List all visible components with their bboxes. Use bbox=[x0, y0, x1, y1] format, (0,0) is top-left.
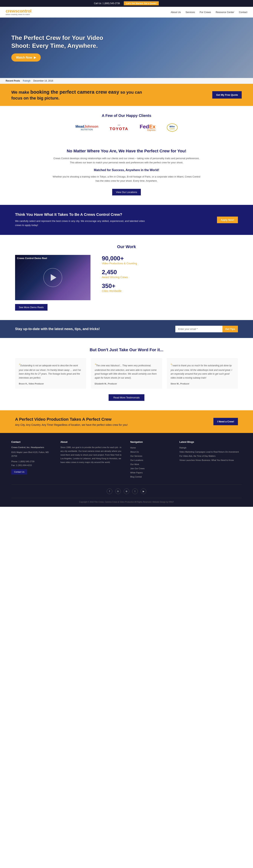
facebook-icon[interactable]: f bbox=[107, 489, 112, 494]
read-more-testimonials-btn[interactable]: Read More Testimonials bbox=[109, 394, 144, 401]
nav-resources[interactable]: Resource Center bbox=[216, 11, 234, 13]
bottom-cta-text: A Perfect Video Production Takes A Perfe… bbox=[15, 417, 128, 426]
newsletter-form: Get Tips bbox=[175, 326, 238, 332]
testimonial-1-quote: Outstanding is not an adequate word to d… bbox=[19, 362, 82, 380]
newsletter-submit-btn[interactable]: Get Tips bbox=[222, 326, 238, 332]
footer-blog-col: Latest Blogs Raleigh Video Marketing Cam… bbox=[179, 440, 242, 479]
clients-title: A Few of Our Happy Clients bbox=[11, 114, 242, 118]
bottom-cta-title: A Perfect Video Production Takes A Perfe… bbox=[15, 417, 128, 422]
apply-btn[interactable]: Apply Now! bbox=[217, 217, 238, 223]
footer-blog-3[interactable]: For Video Ads, the Time of Day Matters bbox=[179, 454, 242, 458]
testimonial-grid: Outstanding is not an adequate word to d… bbox=[15, 358, 238, 389]
hero-content-area: The Perfect Crew for Your Video Shoot: E… bbox=[0, 18, 253, 78]
footer-nav-blog[interactable]: Blog Central bbox=[130, 475, 172, 479]
recent-link[interactable]: Raleigh bbox=[23, 80, 31, 82]
footer-blog-1[interactable]: Raleigh bbox=[179, 445, 242, 450]
crews-text: Think You Have What It Takes To Be A Cre… bbox=[15, 212, 147, 227]
stat-productions: 90,000+ Video Productions & Counting bbox=[102, 255, 238, 265]
footer-copyright: Copyright © 2016 Film Crews, Camera Crew… bbox=[11, 498, 242, 503]
perfect-crew-title: No Matter Where You Are, We Have the Per… bbox=[15, 149, 238, 154]
logo-text: crewscontrol bbox=[6, 9, 32, 13]
rss-icon[interactable]: ⊕ bbox=[124, 489, 129, 494]
footer-nav-whitepapers[interactable]: White Papers bbox=[130, 470, 172, 475]
linkedin-icon[interactable]: in bbox=[115, 489, 121, 494]
copyright-text: Copyright © 2016 Film Crews, Camera Crew… bbox=[79, 501, 174, 503]
stat-cities: 350+ Cities Worldwide bbox=[102, 282, 238, 292]
newsletter-email-input[interactable] bbox=[175, 326, 222, 332]
footer-blog-2[interactable]: Video Marketing Campaigns Lead to Real R… bbox=[179, 450, 242, 454]
testimonial-3-quote: I want to thank you so much for the outs… bbox=[171, 362, 234, 380]
nav-for-crews[interactable]: For Crews bbox=[200, 11, 211, 13]
nav-about[interactable]: About Us bbox=[171, 11, 181, 13]
client-mead: MeadJohnson NUTRITION bbox=[75, 125, 98, 131]
footer-about-title: About bbox=[60, 440, 123, 443]
stat-label-cities: Cities Worldwide bbox=[102, 289, 238, 292]
top-bar: Call Us: 1 (800) 545-2739 Let's Get Star… bbox=[0, 0, 253, 7]
newsletter-text: Stay up-to-date with the latest news, ti… bbox=[15, 327, 100, 331]
free-quote-btn[interactable]: Get My Free Quote bbox=[212, 91, 242, 99]
nav-services[interactable]: Services bbox=[185, 11, 195, 13]
cta-banner-text: We make booking the perfect camera crew … bbox=[11, 89, 143, 101]
nav-contact[interactable]: Contact bbox=[239, 11, 247, 13]
footer-fax: Fax: 1 (301) 604-4215 bbox=[11, 464, 53, 467]
main-nav: About Us Services For Crews Resource Cen… bbox=[171, 11, 247, 13]
footer-nav-work[interactable]: Our Work bbox=[130, 462, 172, 466]
testimonial-3: I want to thank you so much for the outs… bbox=[167, 358, 238, 389]
footer-contact-btn[interactable]: Contact Us bbox=[11, 469, 27, 474]
footer-nav-services[interactable]: Our Services bbox=[130, 454, 172, 458]
testimonial-1-author: Bruce H., Video Producer bbox=[19, 382, 82, 385]
perfect-crew-subtitle: Matched for Success, Anywhere in the Wor… bbox=[15, 168, 238, 172]
watch-now-btn[interactable]: Watch Now ▶ bbox=[11, 54, 41, 62]
perfect-crew-body: Whether you're shooting a training video… bbox=[51, 175, 202, 183]
testimonial-2: The crew was fabulous!... They were very… bbox=[91, 358, 162, 389]
stat-crews: 2,450 Award Winning Crews bbox=[102, 269, 238, 279]
phone-label: Call Us: 1 (800) 545-2739 bbox=[94, 2, 120, 5]
hero-section: The Perfect Crew for Your Video Shoot: E… bbox=[0, 18, 253, 78]
bottom-cta-section: A Perfect Video Production Takes A Perfe… bbox=[0, 410, 253, 433]
cta-banner: We make booking the perfect camera crew … bbox=[0, 84, 253, 106]
logo-tagline: where creativity meets its match. bbox=[6, 13, 32, 16]
testimonial-2-quote: The crew was fabulous!... They were very… bbox=[95, 362, 158, 380]
perfect-crew-section: No Matter Where You Are, We Have the Per… bbox=[0, 139, 253, 205]
demo-reel-video[interactable]: Crews Control Demo Reel bbox=[15, 255, 91, 300]
bottom-cta-subtitle: Any City. Any Country. Any Time! Regardl… bbox=[15, 423, 128, 426]
twitter-icon[interactable]: t bbox=[132, 489, 138, 494]
footer-address: 8161 Maple Lawn Blvd #120, Fulton, MD 20… bbox=[11, 451, 53, 458]
footer-nav-home[interactable]: Home bbox=[130, 445, 172, 450]
stat-number-productions: 90,000+ bbox=[102, 255, 238, 262]
footer-nav-col: Navigation Home About Us Our Services Ou… bbox=[130, 440, 172, 479]
footer: Contact Crews Control, Inc. Headquarters… bbox=[0, 433, 253, 507]
social-bar: f in ⊕ t ▶ bbox=[11, 485, 242, 498]
logo[interactable]: crewscontrol where creativity meets its … bbox=[6, 9, 32, 16]
footer-grid: Contact Crews Control, Inc. Headquarters… bbox=[11, 440, 242, 479]
footer-contact-col: Contact Crews Control, Inc. Headquarters… bbox=[11, 440, 53, 479]
footer-about-col: About Since 1988, our goal is to provide… bbox=[60, 440, 123, 479]
footer-nav-locations[interactable]: Our Locations bbox=[130, 458, 172, 462]
play-icon: ▶ bbox=[34, 56, 36, 59]
stat-label-productions: Video Productions & Counting bbox=[102, 262, 238, 265]
video-label: Crews Control Demo Reel bbox=[17, 257, 47, 260]
work-content: Crews Control Demo Reel See More Demo Re… bbox=[15, 255, 238, 311]
see-more-btn[interactable]: See More Demo Reels bbox=[15, 304, 47, 311]
view-locations-btn[interactable]: View Our Locations bbox=[112, 189, 141, 195]
header: crewscontrol where creativity meets its … bbox=[0, 7, 253, 18]
testimonials-title: But Don't Just Take Our Word For it... bbox=[15, 347, 238, 352]
footer-nav-about[interactable]: About Us bbox=[130, 450, 172, 454]
get-quote-btn[interactable]: Let's Get Started- Get a Quote! bbox=[124, 1, 159, 6]
footer-company: Crews Control, Inc. Headquarters bbox=[11, 446, 44, 448]
youtube-icon[interactable]: ▶ bbox=[141, 489, 146, 494]
crews-title: Think You Have What It Takes To Be A Cre… bbox=[15, 212, 147, 217]
client-fedex: FedEx Express bbox=[140, 124, 155, 131]
footer-nav-join[interactable]: Join Our Crews bbox=[130, 466, 172, 470]
our-work-section: Our Work Crews Control Demo Reel See Mor… bbox=[0, 235, 253, 320]
stat-number-cities: 350+ bbox=[102, 282, 238, 289]
footer-blog-4[interactable]: Vimeo Launches Vimeo Business: What You … bbox=[179, 458, 242, 462]
testimonials-section: But Don't Just Take Our Word For it... O… bbox=[0, 338, 253, 410]
footer-phone: Phone: 1 (800) 545-2739 bbox=[11, 460, 53, 464]
our-work-title: Our Work bbox=[15, 244, 238, 249]
hero-content: The Perfect Crew for Your Video Shoot: E… bbox=[11, 34, 106, 62]
client-toyota: ●●● TOYOTA bbox=[110, 124, 128, 131]
recent-date: December 14, 2016 bbox=[33, 80, 53, 82]
recent-posts-bar: Recent Posts Raleigh December 14, 2016 bbox=[0, 78, 253, 84]
need-crew-btn[interactable]: I Need a Crew! bbox=[213, 418, 238, 425]
